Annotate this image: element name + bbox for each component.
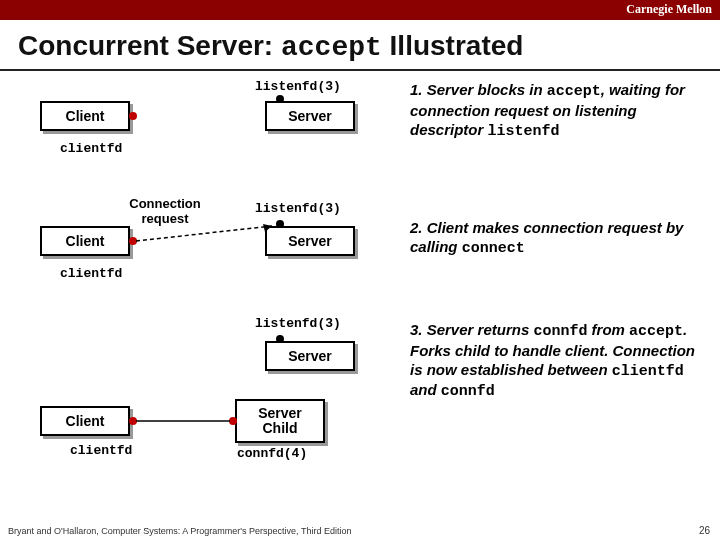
c3d: accept [629, 323, 683, 340]
c3g: and [410, 381, 441, 398]
brand-bar: Carnegie Mellon [0, 0, 720, 20]
client-box-2: Client [40, 226, 130, 256]
svg-point-0 [129, 112, 137, 120]
title-post: Illustrated [382, 30, 524, 61]
server-child-box: Server Child [235, 399, 325, 443]
slide-title: Concurrent Server: accept Illustrated [0, 20, 720, 71]
c1a: 1. Server blocks in [410, 81, 547, 98]
svg-line-4 [136, 226, 272, 241]
caption-3: 3. Server returns connfd from accept. Fo… [410, 321, 700, 402]
svg-point-2 [129, 237, 137, 245]
client-text-1: Client [66, 108, 105, 124]
server-child-text: Server Child [258, 406, 302, 437]
c1b: accept [547, 83, 601, 100]
c3c: from [587, 321, 629, 338]
c3h: connfd [441, 383, 495, 400]
caption-1: 1. Server blocks in accept, waiting for … [410, 81, 700, 141]
listenfd-label-3: listenfd(3) [255, 316, 341, 331]
client-text-3: Client [66, 413, 105, 429]
clientfd-label-1: clientfd [60, 141, 122, 156]
page-number: 26 [699, 525, 710, 536]
listenfd-label-2: listenfd(3) [255, 201, 341, 216]
c3a: 3. Server returns [410, 321, 533, 338]
svg-point-7 [129, 417, 137, 425]
server-text-1: Server [288, 108, 332, 124]
c1d: listenfd [488, 123, 560, 140]
c3f: clientfd [612, 363, 684, 380]
c2a: 2. Client makes connection request by ca… [410, 219, 683, 255]
c2b: connect [462, 240, 525, 257]
server-text-3: Server [288, 348, 332, 364]
server-text-2: Server [288, 233, 332, 249]
server-box-2: Server [265, 226, 355, 256]
client-box-1: Client [40, 101, 130, 131]
client-box-3: Client [40, 406, 130, 436]
client-text-2: Client [66, 233, 105, 249]
connfd-label: connfd(4) [237, 446, 307, 461]
title-pre: Concurrent Server: [18, 30, 281, 61]
listenfd-label-1: listenfd(3) [255, 79, 341, 94]
server-box-3: Server [265, 341, 355, 371]
connection-request-label: Connection request [125, 196, 205, 226]
clientfd-label-2: clientfd [60, 266, 122, 281]
caption-2: 2. Client makes connection request by ca… [410, 219, 700, 259]
title-mono: accept [281, 32, 382, 63]
server-box-1: Server [265, 101, 355, 131]
brand-text: Carnegie Mellon [626, 2, 712, 16]
footer-citation: Bryant and O'Hallaron, Computer Systems:… [8, 526, 351, 536]
diagram-area: listenfd(3) Client Server clientfd 1. Se… [0, 71, 720, 531]
c3b: connfd [533, 323, 587, 340]
clientfd-label-3: clientfd [70, 443, 132, 458]
